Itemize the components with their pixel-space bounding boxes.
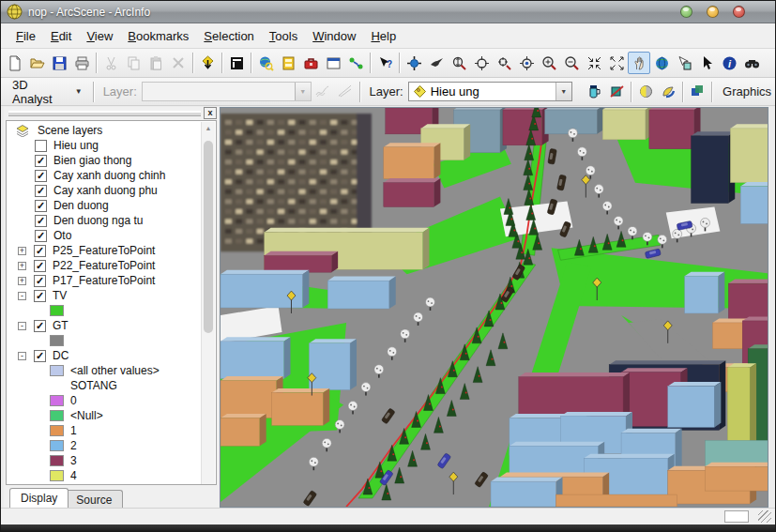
select-graphics-button[interactable] (673, 52, 695, 74)
toc-window-button[interactable] (225, 52, 248, 74)
new-button[interactable] (3, 52, 25, 74)
toc-row-layer[interactable]: ✓Oto (7, 228, 201, 243)
close-button[interactable] (733, 6, 745, 18)
full-globe-button[interactable] (650, 52, 673, 74)
expand-icon[interactable]: + (18, 247, 26, 255)
toc-row-legend[interactable]: 1 (7, 423, 201, 438)
analyst-layer-combo[interactable]: ▼ (142, 82, 312, 101)
toc-row-legend[interactable]: 3 (7, 453, 201, 468)
toc-row-symbol[interactable] (7, 333, 201, 348)
layer-checkbox[interactable]: ✓ (34, 260, 46, 272)
toc-row-group[interactable]: -✓GT (7, 318, 201, 333)
modelbuilder-button[interactable] (344, 52, 367, 74)
layer-transparency-button[interactable] (584, 81, 606, 103)
collapse-icon[interactable]: - (18, 322, 26, 330)
layer-checkbox[interactable]: ✓ (35, 230, 47, 242)
combo-dropdown-button[interactable]: ▼ (295, 83, 311, 100)
zoom-to-target-button[interactable] (493, 52, 515, 74)
menu-help[interactable]: Help (363, 26, 403, 46)
layer-label[interactable]: DC (53, 349, 68, 362)
layer-label[interactable]: TV (53, 289, 67, 302)
collapse-icon[interactable]: - (18, 292, 26, 300)
layer-checkbox[interactable]: ✓ (34, 245, 46, 257)
copy-button[interactable] (122, 52, 145, 74)
toc-scrollbar[interactable]: ▲ (201, 122, 215, 484)
toc-row-scene-layers[interactable]: Scene layers (7, 123, 201, 138)
toc-close-button[interactable]: x (204, 107, 217, 119)
collapse-icon[interactable]: - (18, 352, 26, 360)
layer-checkbox[interactable]: ✓ (34, 275, 46, 287)
scroll-up-icon[interactable]: ▲ (202, 122, 215, 135)
full-extent-button[interactable] (605, 52, 628, 74)
toc-row-legend[interactable]: <Null> (7, 408, 201, 423)
menu-edit[interactable]: Edit (43, 26, 79, 46)
expand-icon[interactable]: + (18, 262, 26, 270)
find-button[interactable] (740, 52, 763, 74)
menu-bookmarks[interactable]: Bookmarks (120, 26, 196, 46)
toc-row-legend[interactable]: <all other values> (7, 363, 201, 378)
save-button[interactable] (48, 52, 70, 74)
toc-row-group[interactable]: +✓P17_FeatureToPoint (7, 273, 201, 288)
menu-file[interactable]: File (8, 26, 43, 46)
fixed-zoom-in-button[interactable] (583, 52, 605, 74)
toc-row-legend[interactable]: 2 (7, 438, 201, 453)
toc-row-group[interactable]: -✓DC (7, 348, 201, 363)
layer-shading-button[interactable] (657, 81, 679, 103)
menu-view[interactable]: View (79, 26, 120, 46)
menu-tools[interactable]: Tools (262, 26, 305, 46)
zoom-out-button[interactable] (560, 52, 583, 74)
layer-face-culling-button[interactable] (606, 81, 629, 103)
layer-label[interactable]: Cay xanh duong chinh (53, 169, 165, 182)
scrollbar-thumb[interactable] (204, 141, 213, 333)
identify-button[interactable]: i (718, 52, 740, 74)
minimize-button[interactable] (680, 6, 692, 18)
layer-label[interactable]: Cay xanh duong phu (53, 184, 158, 197)
resize-grip[interactable] (758, 510, 771, 523)
layer-checkbox[interactable]: ✓ (35, 200, 47, 212)
layer-lighting-button[interactable] (634, 81, 657, 103)
tab-display[interactable]: Display (9, 488, 68, 508)
zoom-in-out-button[interactable] (448, 52, 470, 74)
arcmap-button[interactable] (254, 52, 277, 74)
toc-row-symbol[interactable] (7, 303, 201, 318)
scene-viewport[interactable] (220, 107, 768, 508)
layer-label[interactable]: GT (53, 319, 68, 332)
toc-row-legend[interactable]: 0 (7, 393, 201, 408)
tab-source[interactable]: Source (65, 490, 123, 508)
line-of-sight-button[interactable] (334, 81, 357, 103)
navigate-button[interactable] (403, 52, 425, 74)
cut-button[interactable] (99, 52, 122, 74)
layer-checkbox[interactable] (35, 140, 47, 152)
pan-button[interactable] (628, 52, 650, 74)
layer-label[interactable]: Den duong (53, 199, 109, 212)
arctoolbox-button[interactable] (299, 52, 322, 74)
expand-icon[interactable]: + (18, 277, 26, 285)
print-button[interactable] (70, 52, 93, 74)
select-elements-button[interactable] (695, 52, 718, 74)
toc-row-field-heading[interactable]: SOTANG (7, 378, 201, 393)
3d-analyst-menu[interactable]: 3D Analyst▼ (5, 75, 90, 109)
toc-row-group[interactable]: -✓TV (7, 288, 201, 303)
toc-row-legend[interactable]: 4 (7, 468, 201, 483)
layer-checkbox[interactable]: ✓ (34, 290, 46, 302)
menu-window[interactable]: Window (305, 26, 363, 46)
toc-row-group[interactable]: +✓P25_FeatureToPoint (7, 243, 201, 258)
zoom-in-button[interactable] (538, 52, 560, 74)
toc-row-layer[interactable]: ✓Den duong (7, 198, 201, 213)
menu-selection[interactable]: Selection (196, 26, 261, 46)
toc-row-layer[interactable]: ✓Bien giao thong (7, 153, 201, 168)
layer-label[interactable]: P25_FeatureToPoint (53, 244, 155, 257)
maximize-button[interactable] (707, 6, 719, 18)
toc-row-layer[interactable]: ✓Cay xanh duong chinh (7, 168, 201, 183)
paste-button[interactable] (145, 52, 167, 74)
arccatalog-button[interactable] (277, 52, 299, 74)
fly-button[interactable] (425, 52, 448, 74)
whats-this-button[interactable]: ? (373, 52, 396, 74)
layer-label[interactable]: Den duong nga tu (53, 214, 143, 227)
layer-label[interactable]: Hieu ung (53, 139, 99, 152)
effects-layer-combo[interactable]: Hieu ung ▼ (408, 82, 572, 101)
title-bar[interactable]: nop - ArcScene - ArcInfo (1, 1, 775, 23)
open-button[interactable] (25, 52, 48, 74)
layer-label[interactable]: P17_FeatureToPoint (53, 274, 155, 287)
layer-checkbox[interactable]: ✓ (35, 185, 47, 197)
